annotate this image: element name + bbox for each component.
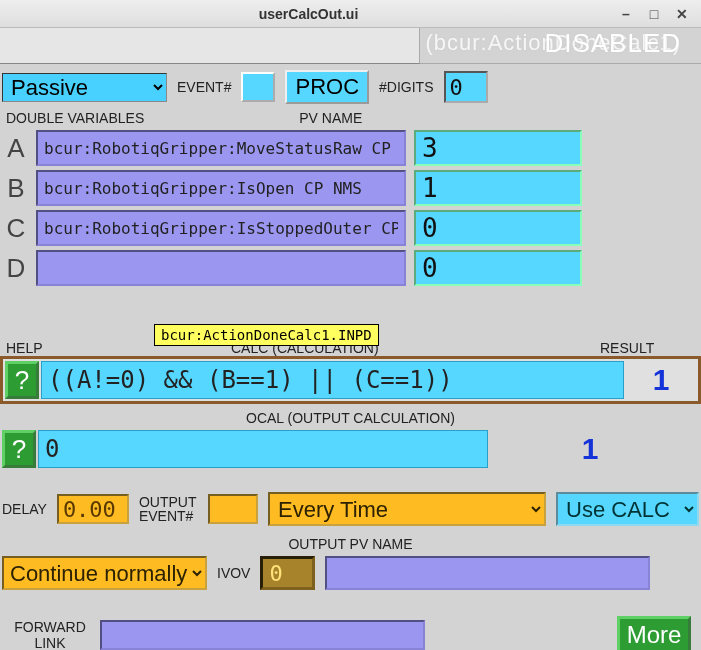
- header-left-pane: [0, 28, 420, 64]
- ivov-label: IVOV: [217, 565, 250, 581]
- calc-row: ? 1: [0, 356, 701, 404]
- ndigits-label: #DIGITS: [379, 79, 433, 95]
- more-button[interactable]: More: [617, 616, 691, 650]
- event-label: EVENT#: [177, 79, 231, 95]
- ocal-help-button[interactable]: ?: [2, 430, 36, 468]
- calc-help-button[interactable]: ?: [5, 361, 39, 399]
- output-event-input[interactable]: [208, 494, 258, 524]
- tooltip-inpd: bcur:ActionDoneCalc1.INPD: [154, 324, 379, 346]
- var-label-c: C: [4, 213, 28, 244]
- window-title: userCalcOut.ui: [8, 6, 609, 22]
- val-input-a[interactable]: [414, 130, 582, 166]
- window-close-button[interactable]: ✕: [671, 4, 693, 24]
- forward-link-label: FORWARD LINK: [10, 619, 90, 650]
- var-label-a: A: [4, 133, 28, 164]
- dopt-select[interactable]: Use CALC: [556, 492, 699, 526]
- delay-input[interactable]: [57, 494, 129, 524]
- pv-input-a[interactable]: [36, 130, 406, 166]
- var-row-c: C: [0, 208, 701, 248]
- header-strip: (bcur:ActionDoneCalc1) DISABLED: [0, 28, 701, 64]
- proc-button[interactable]: PROC: [285, 70, 369, 104]
- pvname-header: PV NAME: [299, 110, 362, 126]
- window-maximize-button[interactable]: □: [643, 4, 665, 24]
- pv-input-b[interactable]: [36, 170, 406, 206]
- ivov-input[interactable]: [260, 556, 315, 590]
- window-minimize-button[interactable]: –: [615, 4, 637, 24]
- val-input-d[interactable]: [414, 250, 582, 286]
- var-row-a: A: [0, 128, 701, 168]
- output-pv-input[interactable]: [325, 556, 650, 590]
- calc-result: 1: [626, 363, 696, 397]
- var-label-d: D: [4, 253, 28, 284]
- val-input-b[interactable]: [414, 170, 582, 206]
- delay-label: DELAY: [2, 501, 47, 517]
- record-overlay-text: (bcur:ActionDoneCalc1) DISABLED: [534, 28, 691, 59]
- val-input-c[interactable]: [414, 210, 582, 246]
- ndigits-input[interactable]: [444, 71, 488, 103]
- ivoa-select[interactable]: Continue normally: [2, 556, 207, 590]
- pv-input-d[interactable]: [36, 250, 406, 286]
- window-titlebar: userCalcOut.ui – □ ✕: [0, 0, 701, 28]
- pv-input-c[interactable]: [36, 210, 406, 246]
- ocal-expression-input[interactable]: [38, 430, 488, 468]
- var-row-b: B: [0, 168, 701, 208]
- scan-select[interactable]: Passive: [2, 73, 167, 102]
- var-row-d: D: [0, 248, 701, 288]
- output-event-label: OUTPUT EVENT#: [139, 495, 199, 523]
- forward-link-input[interactable]: [100, 620, 425, 650]
- event-number-input[interactable]: [241, 72, 275, 102]
- ocal-header: OCAL (OUTPUT CALCULATION): [0, 410, 701, 426]
- double-vars-header: DOUBLE VARIABLES: [6, 110, 144, 126]
- ocal-result: 1: [490, 432, 690, 466]
- output-pv-header: OUTPUT PV NAME: [0, 536, 701, 552]
- oopt-select[interactable]: Every Time: [268, 492, 546, 526]
- var-label-b: B: [4, 173, 28, 204]
- result-header: RESULT: [600, 340, 695, 356]
- calc-expression-input[interactable]: [41, 361, 624, 399]
- ocal-row: ? 1: [0, 428, 701, 470]
